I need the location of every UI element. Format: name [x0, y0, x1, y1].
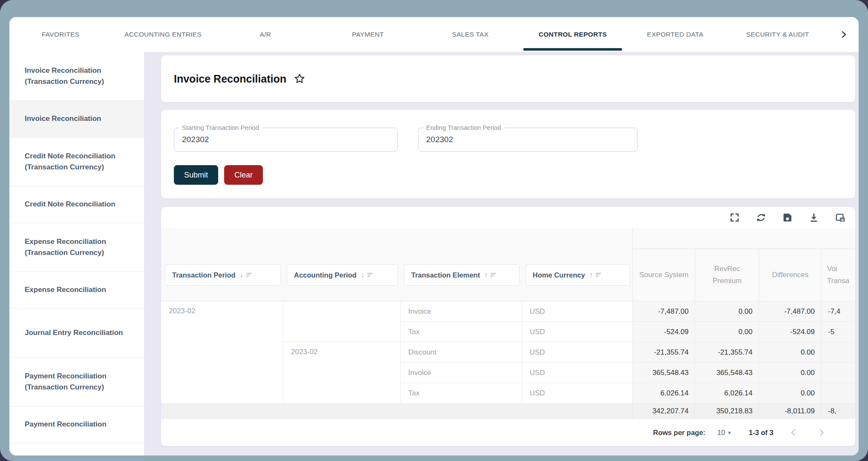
home-currency-cell: USD [522, 322, 632, 342]
sort-asc-icon: ↑ [484, 271, 487, 279]
differences-cell: 0.00 [758, 363, 821, 383]
transaction-element-cell: Invoice [400, 301, 522, 322]
sort-asc-icon: ↑ [589, 271, 593, 279]
tab-favorites[interactable]: FAVORITES [9, 17, 112, 52]
rows-per-page-value: 10 [717, 429, 725, 437]
rows-per-page-select[interactable]: 10 ▾ [717, 429, 731, 437]
sidebar-item-invoice-reconciliation-tc[interactable]: Invoice Reconciliation (Transaction Curr… [9, 52, 144, 101]
column-header-home-currency[interactable]: Home Currency ↑ [525, 264, 630, 286]
pagination-range: 1-3 of 3 [749, 429, 773, 437]
revrec-premium-cell: 0.00 [695, 322, 758, 342]
app-window: FAVORITES ACCOUNTING ENTRIES A/R PAYMENT… [9, 17, 859, 455]
sidebar-item-clipped[interactable]: Revenue Reconciliation (Transaction Curr… [9, 443, 144, 455]
column-header-revrec-premium[interactable]: RevRec Premium [695, 249, 759, 301]
differences-cell: -7,487.00 [758, 301, 821, 322]
revrec-premium-cell: 6,026.14 [695, 383, 758, 404]
transaction-element-cell: Invoice [400, 363, 522, 383]
save-button[interactable] [782, 212, 793, 223]
void-transactions-cell [821, 342, 855, 363]
results-grid-card: Transaction Period ↓ Accounting Period ↓ [161, 207, 855, 446]
starting-transaction-period-label: Starting Transaction Period [179, 124, 262, 131]
column-label-line1: Voi [827, 263, 849, 275]
totals-void-transactions: -8, [821, 404, 855, 419]
column-header-transaction-period[interactable]: Transaction Period ↓ [165, 264, 281, 286]
rows-per-page-label: Rows per page: [653, 429, 705, 437]
tab-accounting-entries[interactable]: ACCOUNTING ENTRIES [112, 17, 214, 52]
column-header-accounting-period[interactable]: Accounting Period ↓ [287, 264, 398, 286]
totals-revrec-premium: 350,218.83 [695, 404, 758, 419]
filter-icon[interactable] [490, 273, 496, 277]
void-transactions-cell [821, 363, 855, 383]
tabs-overflow-button[interactable] [829, 17, 859, 52]
submit-button[interactable]: Submit [174, 165, 218, 185]
report-list-sidebar: Invoice Reconciliation (Transaction Curr… [9, 52, 144, 455]
favorite-star-icon[interactable] [293, 72, 306, 85]
sort-desc-icon: ↓ [240, 271, 243, 279]
column-header-differences[interactable]: Differences [759, 249, 821, 301]
revrec-premium-cell: -21,355.74 [695, 342, 758, 363]
dropdown-caret-icon: ▾ [728, 430, 731, 436]
column-header-void-transactions[interactable]: Voi Transa [821, 249, 855, 301]
source-system-cell: -524.09 [632, 322, 695, 342]
home-currency-cell: USD [522, 383, 632, 404]
transaction-element-cell: Discount [400, 342, 522, 363]
totals-differences: -8,011.09 [758, 404, 821, 419]
refresh-button[interactable] [756, 212, 767, 223]
sidebar-item-payment-reconciliation[interactable]: Payment Reconciliation [9, 407, 144, 443]
tab-exported-data[interactable]: EXPORTED DATA [624, 17, 726, 52]
column-label-line2: Transa [827, 275, 849, 287]
filter-card: Starting Transaction Period Ending Trans… [161, 110, 855, 198]
ending-transaction-period-input[interactable] [418, 135, 637, 144]
void-transactions-cell [821, 383, 855, 404]
accounting-period-group-cell: 2023-02 [283, 342, 400, 404]
sidebar-item-invoice-reconciliation[interactable]: Invoice Reconciliation [9, 101, 144, 137]
filter-icon[interactable] [246, 273, 252, 277]
home-currency-cell: USD [522, 363, 632, 383]
sidebar-item-journal-entry-reconciliation[interactable]: Journal Entry Reconciliation [9, 309, 144, 358]
revrec-premium-cell: 0.00 [695, 301, 758, 322]
window-frame: FAVORITES ACCOUNTING ENTRIES A/R PAYMENT… [0, 0, 868, 461]
ending-transaction-period-label: Ending Transaction Period [424, 124, 504, 131]
sidebar-item-expense-reconciliation-tc[interactable]: Expense Reconciliation (Transaction Curr… [9, 223, 144, 272]
column-header-source-system[interactable]: Source System [633, 249, 695, 301]
tab-control-reports[interactable]: CONTROL REPORTS [522, 17, 624, 52]
manage-columns-button[interactable] [835, 212, 846, 223]
starting-transaction-period-field: Starting Transaction Period [174, 128, 398, 152]
tab-payment[interactable]: PAYMENT [317, 17, 419, 52]
tab-ar[interactable]: A/R [214, 17, 317, 52]
sidebar-item-payment-reconciliation-tc[interactable]: Payment Reconciliation (Transaction Curr… [9, 358, 144, 407]
void-transactions-cell: -5 [821, 322, 855, 342]
starting-transaction-period-input[interactable] [174, 135, 397, 144]
main-content: Invoice Reconciliation Starting Transact… [144, 52, 859, 455]
ending-transaction-period-field: Ending Transaction Period [418, 128, 637, 152]
tab-security-audit[interactable]: SECURITY & AUDIT [727, 17, 829, 52]
revrec-premium-cell: 365,548.43 [695, 363, 758, 383]
totals-source-system: 342,207.74 [632, 404, 695, 419]
sidebar-item-credit-note-reconciliation[interactable]: Credit Note Reconciliation [9, 186, 144, 223]
column-label: Accounting Period [294, 271, 357, 279]
totals-row-label-area [161, 404, 632, 419]
differences-cell: 0.00 [758, 342, 821, 363]
transaction-element-cell: Tax [400, 383, 522, 404]
clear-button[interactable]: Clear [224, 165, 263, 185]
accounting-period-empty-cell [283, 301, 400, 342]
chevron-right-icon [839, 30, 848, 39]
grid-header: Transaction Period ↓ Accounting Period ↓ [161, 228, 855, 301]
sidebar-item-credit-note-reconciliation-tc[interactable]: Credit Note Reconciliation (Transaction … [9, 137, 144, 186]
home-currency-cell: USD [522, 342, 632, 363]
previous-page-button[interactable] [785, 424, 802, 441]
page-title: Invoice Reconciliation [174, 73, 286, 85]
fullscreen-button[interactable] [729, 212, 740, 223]
source-system-cell: 365,548.43 [632, 363, 695, 383]
report-title-card: Invoice Reconciliation [161, 55, 855, 102]
tab-sales-tax[interactable]: SALES TAX [419, 17, 522, 52]
source-system-cell: -7,487.00 [632, 301, 695, 322]
next-page-button[interactable] [813, 424, 830, 441]
filter-icon[interactable] [596, 273, 601, 277]
sidebar-item-expense-reconciliation[interactable]: Expense Reconciliation [9, 272, 144, 309]
column-header-transaction-element[interactable]: Transaction Element ↑ [404, 264, 519, 286]
download-button[interactable] [808, 212, 819, 223]
top-tab-bar: FAVORITES ACCOUNTING ENTRIES A/R PAYMENT… [9, 17, 859, 52]
filter-icon[interactable] [367, 273, 373, 277]
column-label: Transaction Element [411, 271, 480, 279]
